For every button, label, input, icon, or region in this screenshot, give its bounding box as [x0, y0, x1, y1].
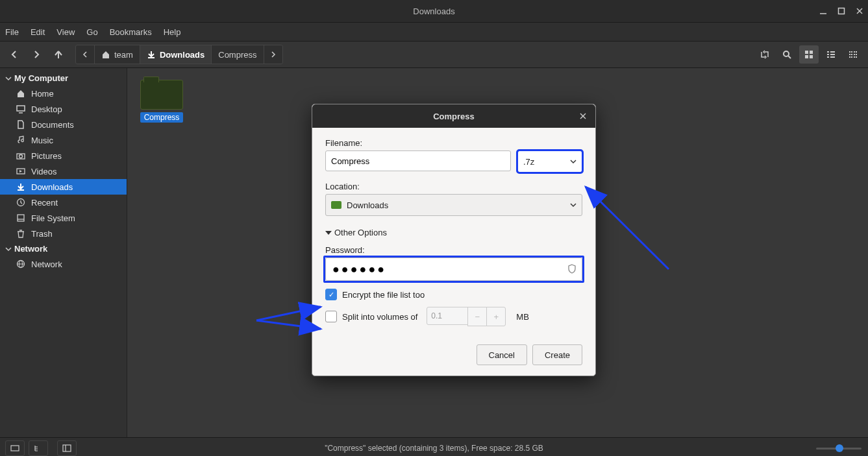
sidebar-section-network[interactable]: Network	[0, 241, 127, 256]
menu-help[interactable]: Help	[164, 27, 181, 37]
sidebar-item-home[interactable]: Home	[0, 86, 127, 101]
clock-icon	[16, 197, 26, 208]
sidebar-item-pictures[interactable]: Pictures	[0, 148, 127, 163]
cancel-button[interactable]: Cancel	[477, 344, 527, 365]
chevron-down-icon	[570, 160, 577, 163]
svg-rect-27	[856, 56, 857, 58]
close-button[interactable]	[855, 6, 864, 16]
compress-dialog: Compress Filename: .7z Location: Downloa…	[312, 104, 596, 376]
dialog-title: Compress	[433, 112, 475, 121]
menu-file[interactable]: File	[5, 27, 19, 37]
sidebar-item-documents[interactable]: Documents	[0, 117, 127, 132]
path-root[interactable]: team	[95, 45, 140, 64]
svg-rect-1	[839, 8, 845, 14]
maximize-button[interactable]	[837, 6, 846, 16]
create-button[interactable]: Create	[532, 344, 582, 365]
sidebar-section-mycomputer[interactable]: My Computer	[0, 71, 127, 86]
sidebar: My Computer Home Desktop Documents Music…	[0, 68, 127, 437]
icon-view-button[interactable]	[799, 45, 819, 64]
sidebar-item-downloads[interactable]: Downloads	[0, 179, 127, 195]
svg-rect-26	[854, 56, 855, 58]
statusbar: "Compress" selected (containing 3 items)…	[0, 437, 868, 456]
svg-line-5	[788, 56, 791, 58]
dialog-titlebar: Compress	[312, 104, 595, 128]
svg-rect-15	[830, 56, 835, 58]
forward-button[interactable]	[27, 45, 45, 64]
split-minus-button[interactable]: −	[467, 307, 487, 326]
shield-icon	[567, 263, 577, 276]
svg-rect-23	[856, 54, 857, 55]
svg-rect-24	[849, 56, 850, 58]
extension-select[interactable]: .7z	[517, 150, 582, 173]
svg-rect-21	[851, 54, 852, 55]
other-options-toggle[interactable]: Other Options	[325, 228, 582, 237]
svg-rect-28	[17, 106, 25, 111]
sidebar-item-filesystem[interactable]: File System	[0, 210, 127, 226]
minimize-button[interactable]	[819, 6, 828, 16]
folder-compress[interactable]: Compress	[139, 80, 184, 123]
svg-rect-10	[827, 51, 829, 53]
disk-icon	[16, 213, 26, 223]
password-input[interactable]	[325, 258, 582, 281]
window-titlebar: Downloads	[0, 0, 868, 23]
menu-view[interactable]: View	[56, 27, 75, 37]
encrypt-checkbox[interactable]: ✓	[325, 289, 337, 300]
pathbar: team Downloads Compress	[75, 45, 283, 64]
split-value-input	[427, 307, 468, 325]
menu-go[interactable]: Go	[86, 27, 97, 37]
back-button[interactable]	[5, 45, 23, 64]
svg-rect-17	[851, 51, 852, 53]
svg-rect-19	[856, 51, 857, 53]
up-button[interactable]	[49, 45, 68, 64]
split-label: Split into volumes of	[342, 312, 417, 322]
svg-rect-34	[18, 215, 24, 221]
search-button[interactable]	[777, 45, 797, 64]
path-left[interactable]	[76, 45, 95, 64]
chevron-down-icon	[570, 203, 577, 207]
menu-edit[interactable]: Edit	[31, 27, 45, 37]
folder-icon	[140, 80, 183, 110]
sidebar-item-videos[interactable]: Videos	[0, 163, 127, 179]
sidebar-item-network[interactable]: Network	[0, 256, 127, 272]
sidebar-item-trash[interactable]: Trash	[0, 226, 127, 241]
sidebar-toggle-button[interactable]	[57, 440, 77, 456]
sidebar-item-desktop[interactable]: Desktop	[0, 101, 127, 117]
home-icon	[16, 88, 26, 99]
toggle-location-button[interactable]	[755, 45, 775, 64]
location-select[interactable]: Downloads	[325, 194, 582, 216]
trash-icon	[16, 228, 26, 239]
path-downloads[interactable]: Downloads	[140, 45, 212, 64]
video-icon	[16, 166, 26, 176]
svg-rect-8	[805, 55, 808, 58]
svg-rect-6	[805, 51, 808, 54]
sidebar-item-music[interactable]: Music	[0, 132, 127, 148]
encrypt-label: Encrypt the file list too	[342, 290, 425, 300]
split-checkbox[interactable]	[325, 311, 337, 322]
filename-input[interactable]	[325, 150, 511, 171]
svg-rect-7	[810, 51, 813, 54]
svg-rect-39	[11, 446, 19, 451]
download-icon	[147, 50, 156, 59]
zoom-slider[interactable]	[816, 448, 862, 450]
path-compress[interactable]: Compress	[212, 45, 264, 64]
window-title: Downloads	[413, 6, 454, 16]
split-plus-button[interactable]: +	[486, 307, 506, 326]
list-view-button[interactable]	[821, 45, 841, 64]
location-label: Location:	[325, 182, 582, 191]
toolbar: team Downloads Compress	[0, 42, 868, 68]
dialog-close-button[interactable]	[577, 110, 589, 122]
split-unit: MB	[516, 312, 529, 322]
svg-rect-40	[63, 445, 71, 451]
svg-rect-20	[849, 54, 850, 55]
svg-rect-9	[810, 55, 813, 58]
tree-button[interactable]	[29, 440, 48, 456]
menu-bookmarks[interactable]: Bookmarks	[110, 27, 152, 37]
places-button[interactable]	[5, 440, 25, 456]
path-right[interactable]	[264, 45, 282, 64]
status-text: "Compress" selected (containing 3 items)…	[325, 444, 543, 453]
svg-rect-11	[830, 51, 835, 53]
path-downloads-label: Downloads	[160, 50, 205, 60]
sidebar-item-recent[interactable]: Recent	[0, 195, 127, 210]
svg-rect-25	[851, 56, 852, 58]
compact-view-button[interactable]	[843, 45, 863, 64]
